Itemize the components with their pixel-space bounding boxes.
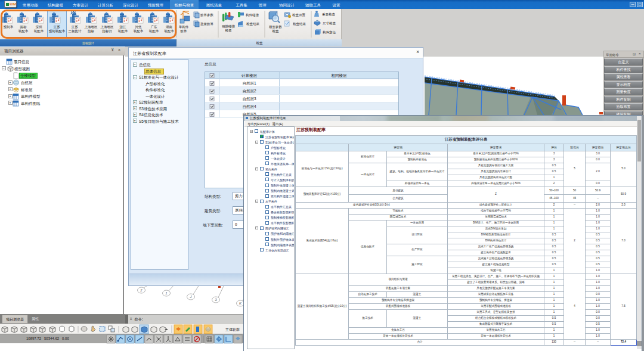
svg-text:1: 1	[165, 291, 167, 295]
svg-text:2: 2	[140, 288, 143, 292]
